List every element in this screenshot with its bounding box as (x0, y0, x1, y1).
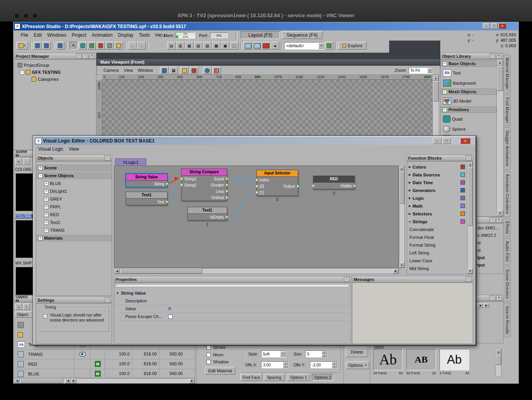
object-manager-scrollbar[interactable]: ◀ ◀ ▶ ▶ (14, 378, 195, 384)
app-titlebar[interactable]: X XPression Studio - D:\Projects\WAKA\GF… (14, 22, 518, 30)
close-button[interactable]: × (498, 23, 506, 29)
scene-thumbnail[interactable] (16, 267, 33, 295)
property-row-parse-escape[interactable]: Parse Escape Ch... (116, 313, 349, 321)
stroke-checkbox-row[interactable]: Stroke (206, 345, 226, 350)
scroll-thumb[interactable] (468, 167, 473, 226)
node-text1-isempty[interactable]: Text1 IsEmpty (187, 207, 227, 220)
menu-file[interactable]: File (18, 32, 31, 39)
tree-item-trans[interactable]: +TRANS (44, 227, 64, 234)
viewport-menu-window[interactable]: Window (135, 67, 156, 73)
delete-button[interactable]: Delete (346, 347, 368, 357)
options-button[interactable]: Options▼ (346, 361, 369, 369)
material-badge[interactable]: M (95, 361, 101, 367)
preset-dropdown-button[interactable]: ▼ (318, 43, 324, 49)
scene-thumb-label-selected[interactable]: COLORE (15, 214, 33, 219)
group-primitives[interactable]: − Primitives (441, 107, 496, 113)
scroll-down-button[interactable]: ▼ (468, 268, 473, 274)
fb-item-format-float[interactable]: Format Float (407, 233, 469, 241)
node-row[interactable]: String (126, 181, 167, 187)
align-right-button[interactable]: ▦ (185, 42, 194, 50)
viewport-world-button[interactable] (203, 67, 212, 74)
tree-item-projectgroup[interactable]: ProjectGroup (18, 62, 49, 69)
pin-icon[interactable]: ▫ (466, 155, 472, 160)
library-item-sphere[interactable]: Sphere (443, 124, 466, 134)
tab-font-manager[interactable]: Font Manager (504, 94, 511, 126)
tree-scene[interactable]: + Scene (36, 164, 112, 171)
expand-icon[interactable]: + (38, 166, 43, 170)
node-row[interactable]: String2Greater (181, 182, 227, 188)
node-row[interactable]: [0]Output (257, 183, 298, 189)
scroll-left-button[interactable]: ◀ (14, 379, 20, 383)
tab-spacing[interactable]: Spacing (264, 374, 285, 381)
run-after-checkbox[interactable]: ✓ (43, 314, 47, 318)
tab-search-results[interactable]: Search Results (504, 303, 511, 337)
font-tile-selected[interactable]: Ab (439, 349, 469, 370)
viewport-layout-button[interactable] (160, 67, 169, 74)
shadow-checkbox[interactable] (206, 360, 211, 364)
pivot-tool-button[interactable] (105, 42, 114, 50)
pin-icon[interactable]: ▫ (489, 53, 495, 59)
object-row[interactable] (18, 320, 24, 330)
property-section[interactable]: ▼ String Value (116, 289, 349, 297)
scene-thumbnail[interactable] (16, 220, 33, 258)
scroll-left-button[interactable]: ◀ (114, 268, 120, 274)
expand-icon[interactable]: + (44, 228, 48, 233)
output-item[interactable]: ut (477, 247, 480, 254)
live-output-button[interactable] (262, 42, 270, 50)
vle-settings-caption[interactable]: Settings ▫ (36, 297, 112, 303)
page-left-button[interactable]: ◀ (477, 303, 483, 308)
tab-effects[interactable]: Effects (504, 218, 511, 237)
function-blocks-scrollbar[interactable]: ▲ ▼ (467, 162, 473, 274)
node-text1-source[interactable]: Text1 Text (126, 192, 167, 205)
scroll-right-button[interactable]: ▶ (189, 379, 195, 383)
material-badge[interactable]: M (95, 371, 101, 377)
canvas-v-scrollbar[interactable]: ▲ ▼ (399, 165, 405, 268)
stroke-checkbox[interactable] (206, 345, 211, 350)
spin-up-button[interactable]: ▲ (332, 362, 337, 365)
pin-icon[interactable]: ▫ (466, 277, 472, 282)
scroll-thumb[interactable] (497, 66, 503, 91)
sequence-button[interactable]: Sequence (F4) (282, 31, 322, 39)
tree-materials[interactable]: + Materials (36, 235, 112, 242)
output-item[interactable]: ut (477, 239, 480, 246)
expand-icon[interactable]: − (38, 174, 43, 178)
vle-minimize-button[interactable]: – (433, 138, 441, 144)
group-base-objects[interactable]: − Base Objects (441, 60, 496, 67)
scroll-up-button[interactable]: ▲ (399, 166, 404, 171)
node-string-compare[interactable]: String Compare String1Equal String2Great… (181, 169, 227, 201)
scene-manager-caption[interactable]: Scene M... (14, 150, 33, 157)
fb-item-left-string[interactable]: Left String (407, 249, 469, 257)
preset-combo[interactable]: <default> ▼ (284, 42, 325, 50)
menu-display[interactable]: Display (115, 32, 136, 39)
expand-icon[interactable]: + (44, 181, 48, 186)
tree-item-dirlight1[interactable]: +DirLight1 (44, 188, 67, 195)
object-library-caption[interactable]: Object Library ▫ × (440, 53, 504, 59)
align-middle-button[interactable]: ▨ (203, 42, 212, 50)
save-as-button[interactable] (42, 42, 51, 50)
move-tool-button[interactable] (78, 42, 87, 50)
expand-icon[interactable]: + (44, 205, 48, 209)
expand-icon[interactable]: + (44, 213, 48, 217)
node-row[interactable]: Text (126, 199, 167, 205)
pin-icon[interactable]: ▫ (489, 295, 495, 300)
offsy-spinner[interactable]: -3.00 ▲ ▼ (310, 361, 337, 368)
tree-item-project[interactable]: − GFX TESTING (20, 69, 60, 76)
spin-down-button[interactable]: ▼ (283, 365, 288, 368)
property-value[interactable]: R (168, 306, 171, 311)
fb-category-date-time[interactable]: ▶Date Time (407, 179, 467, 187)
parse-escape-checkbox[interactable] (168, 315, 173, 319)
properties-scroll-track[interactable] (116, 284, 349, 287)
vle-menu-view[interactable]: View (66, 146, 82, 153)
close-icon[interactable]: × (496, 53, 502, 59)
fb-item-concatenate[interactable]: Concatenate (407, 226, 469, 233)
tab-stagger-animations[interactable]: Stagger Animations (504, 127, 511, 169)
redo-button[interactable]: → (137, 42, 146, 50)
viewport-menu-view[interactable]: View (121, 67, 136, 73)
spin-down-button[interactable]: ▼ (332, 365, 337, 368)
menu-edit[interactable]: Edit (31, 32, 44, 39)
object-row[interactable] (18, 330, 23, 340)
preview-monitor-button[interactable] (244, 42, 252, 50)
style-dropdown-button[interactable]: ▼ (280, 351, 286, 357)
scroll-down-button[interactable]: ▼ (497, 210, 503, 216)
output-item[interactable]: o XMIO2 2 (477, 232, 496, 239)
